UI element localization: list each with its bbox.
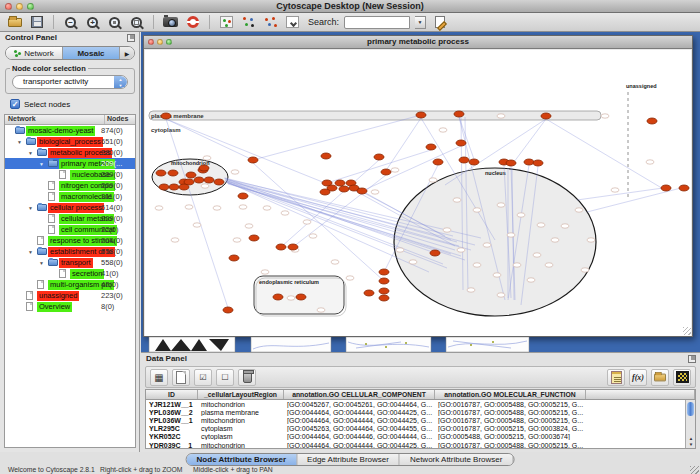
tree-row[interactable]: multi-organism pro42(0)	[5, 279, 135, 290]
network-node[interactable]	[261, 270, 269, 274]
network-node[interactable]	[493, 273, 501, 277]
table-row[interactable]: YDR039C__1mitochondrion[GO:0044464, GO:0…	[146, 441, 695, 449]
tab-overflow-button[interactable]: ▶	[120, 47, 134, 59]
tree-row[interactable]: ▼primary metabo209(...	[5, 158, 135, 169]
network-node[interactable]	[357, 188, 367, 194]
network-node[interactable]	[169, 184, 179, 190]
search-config-button[interactable]	[431, 15, 448, 30]
network-node[interactable]	[541, 113, 551, 119]
network-node[interactable]	[611, 188, 619, 192]
network-node[interactable]	[273, 294, 283, 300]
network-node[interactable]	[473, 263, 481, 267]
network-node[interactable]	[309, 234, 317, 238]
network-node[interactable]	[159, 184, 169, 190]
network-node[interactable]	[233, 238, 241, 242]
new-attribute-button[interactable]	[172, 369, 190, 386]
network-node[interactable]	[467, 288, 475, 292]
network-node[interactable]	[575, 208, 583, 212]
network-node[interactable]	[320, 189, 330, 195]
tree-row[interactable]: unassigned223(0)	[5, 290, 135, 301]
tree-row[interactable]: response to stimulu264(0)	[5, 235, 135, 246]
network-node[interactable]	[545, 263, 553, 267]
network-node[interactable]	[204, 177, 214, 183]
select-nodes-checkbox[interactable]: ✓	[10, 99, 20, 109]
network-node[interactable]	[457, 248, 465, 252]
network-node[interactable]	[453, 198, 461, 202]
tree-row[interactable]: ▼metabolic process280(0)	[5, 147, 135, 158]
save-session-button[interactable]	[28, 15, 45, 30]
select-all-attributes-button[interactable]: ☑	[194, 369, 212, 386]
network-node[interactable]	[156, 170, 166, 176]
network-node[interactable]	[483, 243, 491, 247]
zoom-fit-button[interactable]	[128, 15, 145, 30]
network-node[interactable]	[288, 244, 298, 250]
network-node[interactable]	[456, 140, 466, 146]
network-node[interactable]	[263, 206, 271, 210]
network-node[interactable]	[346, 276, 354, 280]
float-panel-icon[interactable]	[127, 34, 135, 42]
function-builder-button[interactable]: f(x)	[629, 369, 647, 386]
network-attributes-button-b[interactable]	[262, 15, 279, 30]
network-node[interactable]	[379, 288, 389, 294]
network-node[interactable]	[497, 293, 505, 297]
table-column-header[interactable]: _cellularLayoutRegion	[198, 390, 284, 399]
network-node[interactable]	[229, 255, 239, 261]
expand-arrow-icon[interactable]: ▼	[28, 249, 33, 255]
network-node[interactable]	[321, 153, 331, 159]
node-color-dropdown[interactable]: transporter activity ▲▼	[12, 75, 128, 89]
window-resize-grip[interactable]	[683, 327, 691, 335]
network-node[interactable]	[194, 177, 204, 183]
help-button[interactable]	[184, 15, 201, 30]
tab-network[interactable]: Network	[6, 47, 63, 59]
network-canvas[interactable]: plasma membrane cytoplasm mitochondrion …	[145, 50, 691, 336]
tree-row[interactable]: secretion41(0)	[5, 268, 135, 279]
import-attributes-button[interactable]	[651, 369, 669, 386]
network-node[interactable]	[201, 184, 209, 188]
heatmap-button[interactable]	[673, 369, 691, 386]
tree-column-network[interactable]: Network	[5, 115, 105, 124]
network-node[interactable]	[245, 224, 253, 228]
network-node[interactable]	[416, 112, 426, 118]
network-node[interactable]	[213, 206, 221, 210]
network-node[interactable]	[524, 159, 534, 165]
network-node[interactable]	[179, 184, 189, 190]
network-node[interactable]	[171, 238, 179, 242]
network-node[interactable]	[199, 165, 209, 171]
network-node[interactable]	[581, 268, 589, 272]
network-node[interactable]	[281, 211, 289, 215]
tree-row[interactable]: Overview8(0)	[5, 301, 135, 312]
network-node[interactable]	[409, 260, 417, 264]
network-node[interactable]	[506, 160, 516, 166]
network-node[interactable]	[497, 203, 505, 207]
network-node[interactable]	[317, 308, 325, 312]
network-node[interactable]	[507, 233, 515, 237]
network-node[interactable]	[223, 307, 233, 313]
network-node[interactable]	[551, 238, 559, 242]
tab-mosaic[interactable]: Mosaic	[63, 47, 120, 59]
expand-arrow-icon[interactable]: ▼	[17, 139, 22, 145]
unselect-all-attributes-button[interactable]: ☐	[216, 369, 234, 386]
create-view-button[interactable]	[218, 15, 235, 30]
network-node[interactable]	[517, 213, 525, 217]
tree-row[interactable]: ▼cellular process614(0)	[5, 202, 135, 213]
tab-edge-attribute-browser[interactable]: Edge Attribute Browser	[297, 454, 400, 465]
network-node[interactable]	[364, 290, 374, 296]
expand-arrow-icon[interactable]: ▼	[28, 150, 33, 156]
app-resize-grip[interactable]	[690, 466, 699, 474]
network-node[interactable]	[335, 180, 345, 186]
network-node[interactable]	[161, 113, 171, 119]
network-node[interactable]	[214, 179, 224, 185]
network-node[interactable]	[473, 208, 481, 212]
network-node[interactable]	[379, 269, 389, 275]
network-node[interactable]	[238, 193, 248, 199]
expand-arrow-icon[interactable]: ▼	[39, 260, 44, 266]
network-node[interactable]	[331, 260, 339, 264]
network-node[interactable]	[537, 223, 545, 227]
network-node[interactable]	[371, 190, 379, 194]
network-node[interactable]	[469, 159, 479, 165]
network-node[interactable]	[379, 278, 389, 284]
network-attributes-button-a[interactable]	[240, 15, 257, 30]
network-node[interactable]	[248, 157, 258, 163]
table-scrollbar[interactable]: ▲ ▼	[685, 400, 695, 448]
tree-row[interactable]: cell communicat22(0)	[5, 224, 135, 235]
